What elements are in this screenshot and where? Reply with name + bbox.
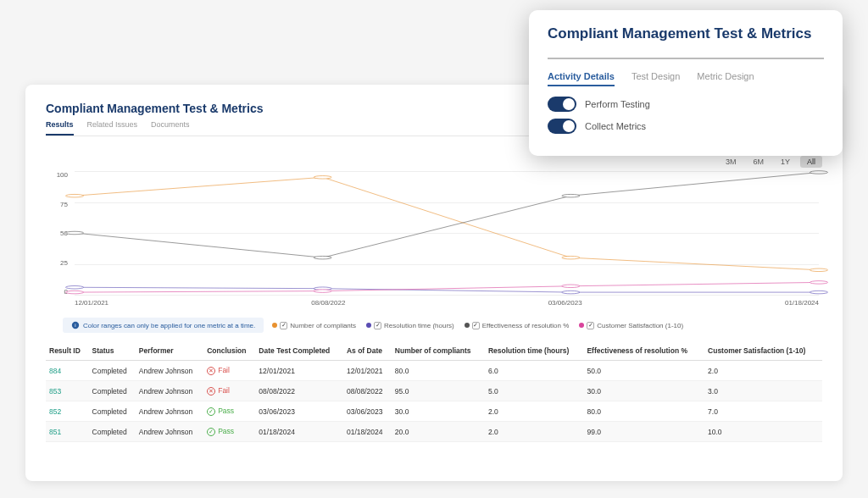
legend-label: Customer Satisfaction (1-10) — [597, 322, 683, 329]
col-header[interactable]: Status — [89, 341, 136, 361]
range-6m[interactable]: 6M — [746, 156, 771, 168]
col-header[interactable]: Result ID — [46, 341, 89, 361]
series-point[interactable] — [314, 176, 331, 180]
status-cell: Completed — [89, 422, 136, 442]
series-point[interactable] — [65, 285, 83, 289]
x-axis: 12/01/202108/08/202203/06/202301/18/2024 — [75, 299, 819, 311]
date-completed-cell: 01/18/2024 — [255, 422, 343, 442]
gridline — [75, 295, 819, 296]
conclusion-cell: ✕Fail — [203, 381, 255, 401]
result-id-cell[interactable]: 853 — [46, 381, 89, 401]
y-tick: 100 — [46, 171, 68, 179]
x-tick: 03/06/2023 — [548, 299, 582, 311]
legend-dot-icon — [366, 323, 371, 328]
legend-label: Effectiveness of resolution % — [482, 322, 570, 329]
legend-dot-icon — [272, 323, 277, 328]
table-row[interactable]: 884CompletedAndrew Johnson✕Fail12/01/202… — [46, 361, 822, 381]
series-point[interactable] — [810, 281, 827, 285]
table-row[interactable]: 852CompletedAndrew Johnson✓Pass03/06/202… — [46, 401, 822, 422]
overlay-tab-test-design[interactable]: Test Design — [632, 71, 680, 86]
legend-checkbox[interactable]: ✓ — [374, 322, 381, 329]
status-cell: Completed — [89, 381, 136, 401]
toggle-row-perform-testing: Perform Testing — [548, 97, 824, 112]
toggle-collect-metrics[interactable] — [548, 119, 576, 134]
x-icon: ✕ — [207, 387, 215, 396]
series-line — [75, 177, 819, 269]
date-completed-cell: 03/06/2023 — [255, 401, 343, 422]
compliants-cell: 20.0 — [392, 422, 485, 442]
effectiveness-cell: 99.0 — [583, 422, 704, 442]
date-completed-cell: 08/08/2022 — [255, 381, 343, 401]
status-cell: Completed — [89, 361, 136, 381]
series-point[interactable] — [562, 256, 580, 259]
x-tick: 08/08/2022 — [311, 299, 345, 311]
col-header[interactable]: Date Test Completed — [255, 341, 343, 361]
series-line — [75, 172, 819, 257]
col-header[interactable]: Number of compliants — [392, 341, 485, 361]
series-point[interactable] — [810, 171, 827, 174]
performer-cell: Andrew Johnson — [136, 361, 203, 381]
range-1y[interactable]: 1Y — [774, 156, 797, 168]
range-all[interactable]: All — [800, 156, 822, 168]
overlay-title: Compliant Management Test & Metrics — [548, 25, 824, 49]
col-header[interactable]: Customer Satisfaction (1-10) — [704, 341, 822, 361]
as-of-cell: 12/01/2021 — [343, 361, 392, 381]
toggle-perform-testing[interactable] — [548, 97, 576, 112]
legend-label: Resolution time (hours) — [384, 322, 454, 329]
series-point[interactable] — [810, 290, 827, 294]
compliants-cell: 80.0 — [392, 361, 485, 381]
legend-item[interactable]: ✓Resolution time (hours) — [366, 322, 454, 329]
legend-checkbox[interactable]: ✓ — [280, 322, 287, 329]
check-icon: ✓ — [207, 428, 215, 436]
table-row[interactable]: 853CompletedAndrew Johnson✕Fail08/08/202… — [46, 381, 822, 401]
result-id-cell[interactable]: 884 — [46, 361, 89, 381]
series-point[interactable] — [562, 194, 580, 197]
subtab-results[interactable]: Results — [46, 120, 74, 136]
series-point[interactable] — [314, 256, 331, 259]
series-point[interactable] — [65, 231, 83, 235]
legend-item[interactable]: ✓Customer Satisfaction (1-10) — [579, 322, 683, 329]
series-point[interactable] — [314, 290, 331, 293]
resolution-cell: 2.0 — [485, 401, 583, 422]
legend-item[interactable]: ✓Effectiveness of resolution % — [465, 322, 570, 329]
col-header[interactable]: Resolution time (hours) — [485, 341, 583, 361]
overlay-tabs: Activity Details Test Design Metric Desi… — [548, 71, 824, 86]
legend-checkbox[interactable]: ✓ — [587, 322, 594, 329]
subtab-related-issues[interactable]: Related Issues — [87, 120, 138, 136]
result-id-cell[interactable]: 851 — [46, 422, 89, 442]
legend-label: Number of compliants — [290, 322, 356, 329]
y-tick: 0 — [46, 288, 68, 296]
overlay-tab-metric-design[interactable]: Metric Design — [697, 71, 754, 86]
satisfaction-cell: 7.0 — [704, 401, 822, 422]
series-point[interactable] — [65, 194, 83, 197]
result-id-cell[interactable]: 852 — [46, 401, 89, 422]
overlay-tab-activity-details[interactable]: Activity Details — [548, 71, 615, 86]
table-header-row: Result IDStatusPerformerConclusionDate T… — [46, 341, 822, 361]
series-point[interactable] — [562, 285, 580, 288]
series-point[interactable] — [810, 268, 827, 272]
series-point[interactable] — [562, 290, 580, 294]
table-row[interactable]: 851CompletedAndrew Johnson✓Pass01/18/202… — [46, 422, 822, 442]
legend-checkbox[interactable]: ✓ — [472, 322, 480, 329]
series-line — [75, 282, 819, 292]
satisfaction-cell: 2.0 — [704, 361, 822, 381]
overlay-card: Compliant Management Test & Metrics Acti… — [529, 10, 843, 156]
line-chart: 1007550250 12/01/202108/08/202203/06/202… — [46, 171, 822, 311]
compliants-cell: 30.0 — [392, 401, 485, 422]
subtab-documents[interactable]: Documents — [151, 120, 190, 136]
svg-text:i: i — [75, 323, 75, 328]
as-of-cell: 08/08/2022 — [343, 381, 392, 401]
resolution-cell: 2.0 — [485, 422, 583, 442]
range-3m[interactable]: 3M — [719, 156, 743, 168]
col-header[interactable]: As of Date — [343, 341, 392, 361]
x-tick: 12/01/2021 — [75, 299, 108, 311]
series-point[interactable] — [65, 290, 83, 294]
effectiveness-cell: 80.0 — [583, 401, 704, 422]
col-header[interactable]: Performer — [136, 341, 203, 361]
status-cell: Completed — [89, 401, 136, 422]
col-header[interactable]: Effectiveness of resolution % — [583, 341, 704, 361]
range-buttons: 3M 6M 1Y All — [46, 156, 822, 168]
legend-row: i Color ranges can only be applied for o… — [46, 318, 822, 333]
legend-item[interactable]: ✓Number of compliants — [272, 322, 356, 329]
col-header[interactable]: Conclusion — [203, 341, 255, 361]
